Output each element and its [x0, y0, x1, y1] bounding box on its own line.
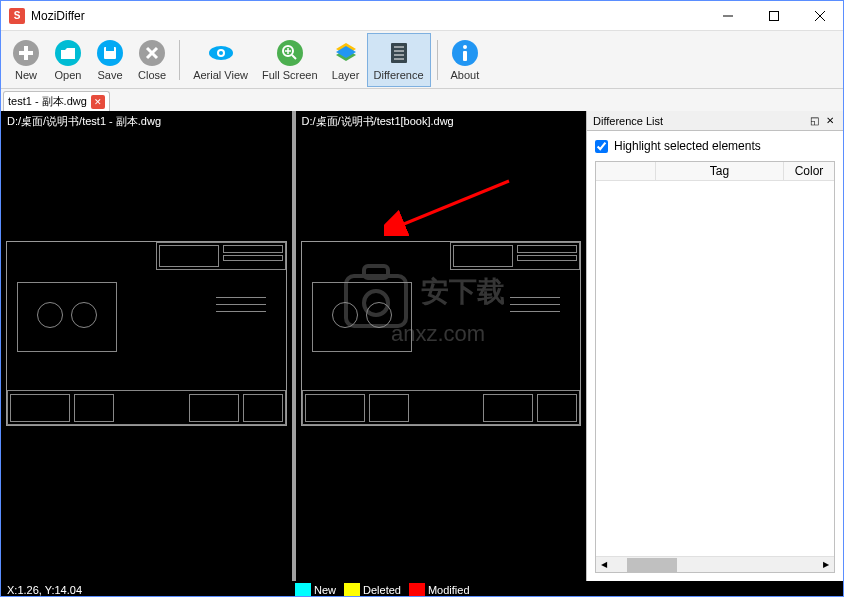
main-area: D:/桌面/说明书/test1 - 副本.dwg: [1, 111, 843, 581]
panel-title: Difference List: [593, 115, 805, 127]
svg-rect-1: [770, 11, 779, 20]
document-tab[interactable]: test1 - 副本.dwg ✕: [3, 91, 110, 111]
legend-modified-color: [409, 583, 425, 597]
new-button[interactable]: New: [5, 33, 47, 87]
list-body: [596, 181, 834, 556]
horizontal-scrollbar[interactable]: ◀ ▶: [596, 556, 834, 572]
dwg-drawing: [301, 241, 582, 426]
highlight-checkbox-row[interactable]: Highlight selected elements: [595, 139, 835, 153]
legend-new-label: New: [314, 584, 336, 596]
panel-header: Difference List ◱ ✕: [587, 111, 843, 131]
titlebar-text: MoziDiffer: [31, 9, 705, 23]
save-button[interactable]: Save: [89, 33, 131, 87]
open-icon: [54, 39, 82, 67]
svg-point-17: [277, 40, 303, 66]
scroll-left-arrow[interactable]: ◀: [596, 558, 612, 572]
list-header: Tag Color: [596, 162, 834, 181]
tab-close-button[interactable]: ✕: [91, 95, 105, 109]
panel-close-button[interactable]: ✕: [823, 114, 837, 128]
difference-list-panel: Difference List ◱ ✕ Highlight selected e…: [586, 111, 843, 581]
tab-label: test1 - 副本.dwg: [8, 94, 87, 109]
scroll-track[interactable]: [612, 558, 818, 572]
titlebar: S MoziDiffer: [1, 1, 843, 31]
legend-modified-label: Modified: [428, 584, 470, 596]
arrow-annotation: [384, 176, 514, 236]
save-icon: [96, 39, 124, 67]
status-coordinates: X:1.26, Y:14.04: [1, 584, 295, 596]
svg-line-31: [399, 181, 509, 226]
right-viewport-path: D:/桌面/说明书/test1[book].dwg: [296, 111, 587, 132]
dwg-drawing: [6, 241, 287, 426]
toolbar-separator: [179, 40, 180, 80]
toolbar: New Open Save Close Aerial View Full Scr…: [1, 31, 843, 89]
fullscreen-icon: [276, 39, 304, 67]
statusbar: X:1.26, Y:14.04 New Deleted Modified: [1, 581, 843, 597]
maximize-button[interactable]: [751, 1, 797, 31]
close-file-button[interactable]: Close: [131, 33, 173, 87]
eye-icon: [207, 39, 235, 67]
scroll-right-arrow[interactable]: ▶: [818, 558, 834, 572]
panel-float-button[interactable]: ◱: [807, 114, 821, 128]
svg-point-28: [463, 45, 467, 49]
right-viewport[interactable]: D:/桌面/说明书/test1[book].dwg: [296, 111, 587, 581]
aerial-view-button[interactable]: Aerial View: [186, 33, 255, 87]
highlight-checkbox[interactable]: [595, 140, 608, 153]
app-icon: S: [9, 8, 25, 24]
list-header-blank[interactable]: [596, 162, 656, 180]
open-button[interactable]: Open: [47, 33, 89, 87]
difference-button[interactable]: Difference: [367, 33, 431, 87]
list-header-tag[interactable]: Tag: [656, 162, 784, 180]
left-viewport[interactable]: D:/桌面/说明书/test1 - 副本.dwg: [1, 111, 296, 581]
new-icon: [12, 39, 40, 67]
svg-point-16: [219, 51, 223, 55]
left-viewport-path: D:/桌面/说明书/test1 - 副本.dwg: [1, 111, 292, 132]
svg-rect-10: [106, 47, 114, 51]
legend-deleted-label: Deleted: [363, 584, 401, 596]
legend-deleted-color: [344, 583, 360, 597]
about-button[interactable]: About: [444, 33, 487, 87]
svg-rect-22: [391, 43, 407, 63]
viewport-area: D:/桌面/说明书/test1 - 副本.dwg: [1, 111, 586, 581]
layer-button[interactable]: Layer: [325, 33, 367, 87]
svg-rect-29: [463, 51, 467, 61]
close-button[interactable]: [797, 1, 843, 31]
tabbar: test1 - 副本.dwg ✕: [1, 89, 843, 111]
toolbar-separator: [437, 40, 438, 80]
difference-list[interactable]: Tag Color ◀ ▶: [595, 161, 835, 573]
scroll-thumb[interactable]: [627, 558, 677, 572]
difference-icon: [385, 39, 413, 67]
info-icon: [451, 39, 479, 67]
highlight-label: Highlight selected elements: [614, 139, 761, 153]
full-screen-button[interactable]: Full Screen: [255, 33, 325, 87]
minimize-button[interactable]: [705, 1, 751, 31]
close-icon: [138, 39, 166, 67]
list-header-color[interactable]: Color: [784, 162, 834, 180]
legend-new-color: [295, 583, 311, 597]
status-legend: New Deleted Modified: [295, 583, 478, 597]
layer-icon: [332, 39, 360, 67]
